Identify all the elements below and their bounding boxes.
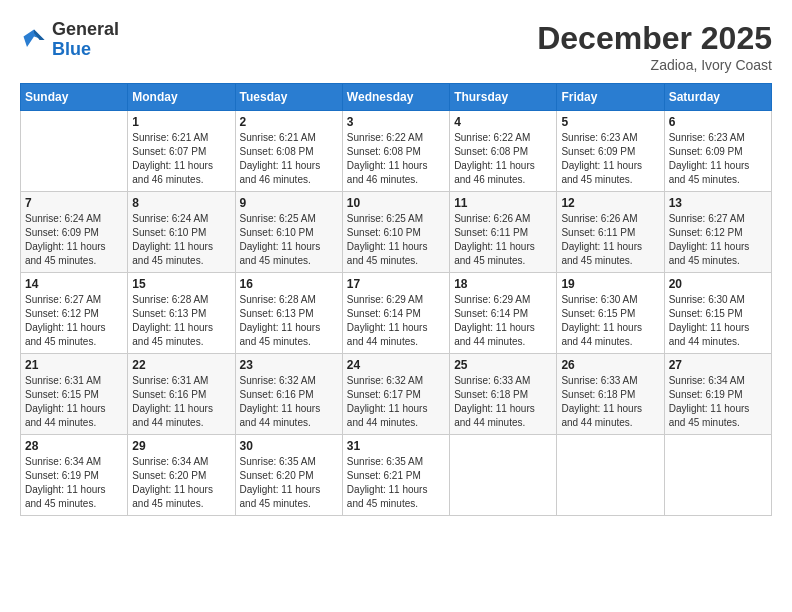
weekday-header: Sunday: [21, 84, 128, 111]
day-info: Sunrise: 6:34 AM Sunset: 6:19 PM Dayligh…: [669, 374, 767, 430]
day-info: Sunrise: 6:23 AM Sunset: 6:09 PM Dayligh…: [669, 131, 767, 187]
day-info: Sunrise: 6:21 AM Sunset: 6:08 PM Dayligh…: [240, 131, 338, 187]
day-number: 22: [132, 358, 230, 372]
day-info: Sunrise: 6:25 AM Sunset: 6:10 PM Dayligh…: [347, 212, 445, 268]
day-number: 4: [454, 115, 552, 129]
day-info: Sunrise: 6:26 AM Sunset: 6:11 PM Dayligh…: [454, 212, 552, 268]
day-number: 30: [240, 439, 338, 453]
day-number: 20: [669, 277, 767, 291]
day-number: 9: [240, 196, 338, 210]
day-number: 2: [240, 115, 338, 129]
calendar-cell: 3Sunrise: 6:22 AM Sunset: 6:08 PM Daylig…: [342, 111, 449, 192]
calendar-cell: 9Sunrise: 6:25 AM Sunset: 6:10 PM Daylig…: [235, 192, 342, 273]
calendar-cell: 18Sunrise: 6:29 AM Sunset: 6:14 PM Dayli…: [450, 273, 557, 354]
day-number: 23: [240, 358, 338, 372]
calendar-cell: 19Sunrise: 6:30 AM Sunset: 6:15 PM Dayli…: [557, 273, 664, 354]
day-number: 11: [454, 196, 552, 210]
calendar-cell: 20Sunrise: 6:30 AM Sunset: 6:15 PM Dayli…: [664, 273, 771, 354]
day-info: Sunrise: 6:27 AM Sunset: 6:12 PM Dayligh…: [669, 212, 767, 268]
calendar-week-row: 1Sunrise: 6:21 AM Sunset: 6:07 PM Daylig…: [21, 111, 772, 192]
calendar-week-row: 21Sunrise: 6:31 AM Sunset: 6:15 PM Dayli…: [21, 354, 772, 435]
day-number: 31: [347, 439, 445, 453]
calendar-cell: 15Sunrise: 6:28 AM Sunset: 6:13 PM Dayli…: [128, 273, 235, 354]
calendar-cell: 28Sunrise: 6:34 AM Sunset: 6:19 PM Dayli…: [21, 435, 128, 516]
logo: General Blue: [20, 20, 119, 60]
logo-icon: [20, 26, 48, 54]
day-info: Sunrise: 6:30 AM Sunset: 6:15 PM Dayligh…: [669, 293, 767, 349]
calendar-cell: 8Sunrise: 6:24 AM Sunset: 6:10 PM Daylig…: [128, 192, 235, 273]
day-info: Sunrise: 6:31 AM Sunset: 6:15 PM Dayligh…: [25, 374, 123, 430]
location: Zadioa, Ivory Coast: [537, 57, 772, 73]
calendar-cell: 31Sunrise: 6:35 AM Sunset: 6:21 PM Dayli…: [342, 435, 449, 516]
calendar-cell: 30Sunrise: 6:35 AM Sunset: 6:20 PM Dayli…: [235, 435, 342, 516]
day-number: 21: [25, 358, 123, 372]
day-info: Sunrise: 6:22 AM Sunset: 6:08 PM Dayligh…: [454, 131, 552, 187]
day-info: Sunrise: 6:21 AM Sunset: 6:07 PM Dayligh…: [132, 131, 230, 187]
day-number: 27: [669, 358, 767, 372]
day-number: 8: [132, 196, 230, 210]
day-number: 25: [454, 358, 552, 372]
calendar-cell: 2Sunrise: 6:21 AM Sunset: 6:08 PM Daylig…: [235, 111, 342, 192]
calendar-week-row: 28Sunrise: 6:34 AM Sunset: 6:19 PM Dayli…: [21, 435, 772, 516]
weekday-header: Wednesday: [342, 84, 449, 111]
title-block: December 2025 Zadioa, Ivory Coast: [537, 20, 772, 73]
calendar-cell: 17Sunrise: 6:29 AM Sunset: 6:14 PM Dayli…: [342, 273, 449, 354]
day-info: Sunrise: 6:34 AM Sunset: 6:19 PM Dayligh…: [25, 455, 123, 511]
calendar-cell: [450, 435, 557, 516]
calendar-cell: 4Sunrise: 6:22 AM Sunset: 6:08 PM Daylig…: [450, 111, 557, 192]
day-info: Sunrise: 6:29 AM Sunset: 6:14 PM Dayligh…: [454, 293, 552, 349]
calendar-cell: 26Sunrise: 6:33 AM Sunset: 6:18 PM Dayli…: [557, 354, 664, 435]
day-info: Sunrise: 6:29 AM Sunset: 6:14 PM Dayligh…: [347, 293, 445, 349]
calendar-cell: 6Sunrise: 6:23 AM Sunset: 6:09 PM Daylig…: [664, 111, 771, 192]
page-header: General Blue December 2025 Zadioa, Ivory…: [20, 20, 772, 73]
calendar-cell: 13Sunrise: 6:27 AM Sunset: 6:12 PM Dayli…: [664, 192, 771, 273]
day-info: Sunrise: 6:28 AM Sunset: 6:13 PM Dayligh…: [240, 293, 338, 349]
day-info: Sunrise: 6:33 AM Sunset: 6:18 PM Dayligh…: [454, 374, 552, 430]
weekday-header: Thursday: [450, 84, 557, 111]
day-info: Sunrise: 6:34 AM Sunset: 6:20 PM Dayligh…: [132, 455, 230, 511]
day-number: 7: [25, 196, 123, 210]
calendar-cell: 12Sunrise: 6:26 AM Sunset: 6:11 PM Dayli…: [557, 192, 664, 273]
day-number: 10: [347, 196, 445, 210]
day-info: Sunrise: 6:28 AM Sunset: 6:13 PM Dayligh…: [132, 293, 230, 349]
calendar-week-row: 14Sunrise: 6:27 AM Sunset: 6:12 PM Dayli…: [21, 273, 772, 354]
calendar-cell: 1Sunrise: 6:21 AM Sunset: 6:07 PM Daylig…: [128, 111, 235, 192]
weekday-header: Monday: [128, 84, 235, 111]
day-info: Sunrise: 6:23 AM Sunset: 6:09 PM Dayligh…: [561, 131, 659, 187]
day-info: Sunrise: 6:26 AM Sunset: 6:11 PM Dayligh…: [561, 212, 659, 268]
day-number: 19: [561, 277, 659, 291]
day-info: Sunrise: 6:30 AM Sunset: 6:15 PM Dayligh…: [561, 293, 659, 349]
svg-marker-1: [34, 29, 45, 40]
day-number: 14: [25, 277, 123, 291]
logo-general: General: [52, 19, 119, 39]
day-number: 17: [347, 277, 445, 291]
weekday-header: Friday: [557, 84, 664, 111]
day-number: 3: [347, 115, 445, 129]
day-number: 24: [347, 358, 445, 372]
calendar-cell: 11Sunrise: 6:26 AM Sunset: 6:11 PM Dayli…: [450, 192, 557, 273]
calendar-cell: 25Sunrise: 6:33 AM Sunset: 6:18 PM Dayli…: [450, 354, 557, 435]
logo-text: General Blue: [52, 20, 119, 60]
day-info: Sunrise: 6:25 AM Sunset: 6:10 PM Dayligh…: [240, 212, 338, 268]
day-info: Sunrise: 6:24 AM Sunset: 6:09 PM Dayligh…: [25, 212, 123, 268]
calendar-cell: 5Sunrise: 6:23 AM Sunset: 6:09 PM Daylig…: [557, 111, 664, 192]
day-number: 1: [132, 115, 230, 129]
day-info: Sunrise: 6:32 AM Sunset: 6:17 PM Dayligh…: [347, 374, 445, 430]
day-number: 28: [25, 439, 123, 453]
calendar-cell: 22Sunrise: 6:31 AM Sunset: 6:16 PM Dayli…: [128, 354, 235, 435]
calendar-cell: [557, 435, 664, 516]
day-info: Sunrise: 6:31 AM Sunset: 6:16 PM Dayligh…: [132, 374, 230, 430]
day-number: 6: [669, 115, 767, 129]
weekday-header-row: SundayMondayTuesdayWednesdayThursdayFrid…: [21, 84, 772, 111]
weekday-header: Tuesday: [235, 84, 342, 111]
calendar-cell: 27Sunrise: 6:34 AM Sunset: 6:19 PM Dayli…: [664, 354, 771, 435]
day-info: Sunrise: 6:35 AM Sunset: 6:20 PM Dayligh…: [240, 455, 338, 511]
day-info: Sunrise: 6:24 AM Sunset: 6:10 PM Dayligh…: [132, 212, 230, 268]
calendar-cell: 7Sunrise: 6:24 AM Sunset: 6:09 PM Daylig…: [21, 192, 128, 273]
day-number: 5: [561, 115, 659, 129]
calendar-cell: 10Sunrise: 6:25 AM Sunset: 6:10 PM Dayli…: [342, 192, 449, 273]
calendar-cell: 21Sunrise: 6:31 AM Sunset: 6:15 PM Dayli…: [21, 354, 128, 435]
calendar-cell: 14Sunrise: 6:27 AM Sunset: 6:12 PM Dayli…: [21, 273, 128, 354]
day-number: 15: [132, 277, 230, 291]
weekday-header: Saturday: [664, 84, 771, 111]
